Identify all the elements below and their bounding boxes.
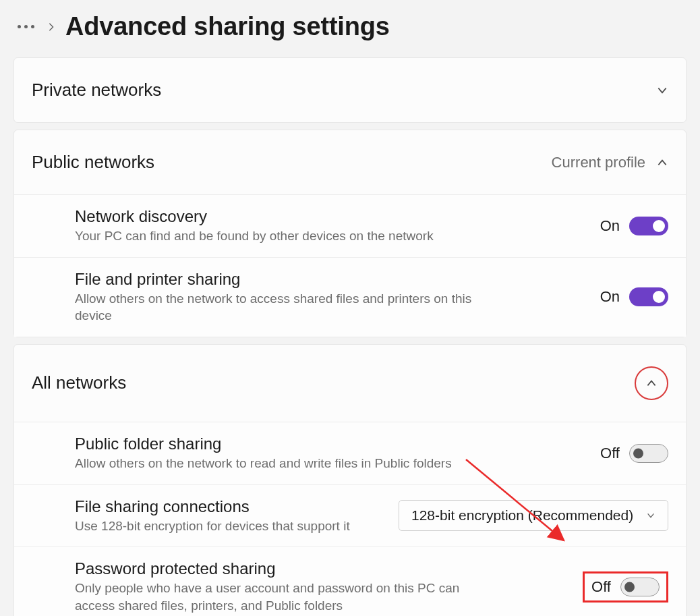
section-private-networks: Private networks (13, 57, 687, 123)
section-public-networks: Public networks Current profile Network … (13, 130, 687, 337)
file-printer-state: On (600, 288, 620, 306)
chevron-down-icon (656, 84, 668, 96)
more-icon[interactable] (15, 21, 37, 32)
section-all-networks: All networks Public folder sharing Allow… (13, 344, 687, 616)
row-file-sharing-connections: File sharing connections Use 128-bit enc… (14, 484, 686, 547)
password-state: Off (591, 578, 611, 596)
public-folder-desc: Allow others on the network to read and … (75, 455, 452, 472)
public-folder-state: Off (600, 445, 620, 462)
chevron-up-icon (645, 377, 658, 389)
row-network-discovery: Network discovery Your PC can find and b… (14, 194, 686, 257)
network-discovery-state: On (600, 217, 620, 235)
connections-title: File sharing connections (75, 497, 350, 516)
network-discovery-desc: Your PC can find and be found by other d… (75, 227, 434, 245)
row-public-folder-sharing: Public folder sharing Allow others on th… (14, 422, 686, 484)
password-title: Password protected sharing (75, 559, 473, 578)
current-profile-label: Current profile (552, 154, 645, 171)
section-header-private[interactable]: Private networks (14, 58, 686, 122)
highlight-box: Off (583, 571, 668, 603)
section-title-public: Public networks (32, 152, 154, 173)
section-header-all[interactable]: All networks (14, 345, 686, 422)
chevron-down-icon (646, 511, 655, 520)
chevron-up-icon (656, 157, 668, 169)
section-header-public[interactable]: Public networks Current profile (14, 130, 686, 194)
file-printer-title: File and printer sharing (75, 270, 473, 289)
highlight-circle (635, 366, 668, 400)
encryption-select[interactable]: 128-bit encryption (Recommended) (399, 500, 668, 531)
public-folder-title: Public folder sharing (75, 435, 452, 453)
network-discovery-toggle[interactable] (629, 217, 668, 235)
network-discovery-title: Network discovery (75, 207, 434, 226)
section-title-all: All networks (32, 372, 126, 393)
encryption-selected: 128-bit encryption (Recommended) (411, 507, 633, 524)
file-printer-toggle[interactable] (629, 287, 668, 306)
file-printer-desc: Allow others on the network to access sh… (75, 290, 473, 325)
password-toggle[interactable] (620, 578, 660, 596)
public-folder-toggle[interactable] (629, 444, 668, 463)
row-password-protected-sharing: Password protected sharing Only people w… (14, 547, 686, 616)
breadcrumb: Advanced sharing settings (0, 0, 700, 57)
chevron-right-icon (47, 22, 56, 32)
password-desc: Only people who have a user account and … (75, 580, 473, 614)
section-title-private: Private networks (32, 80, 161, 101)
page-title: Advanced sharing settings (65, 12, 390, 41)
row-file-printer-sharing: File and printer sharing Allow others on… (14, 257, 686, 337)
connections-desc: Use 128-bit encryption for devices that … (75, 517, 350, 535)
